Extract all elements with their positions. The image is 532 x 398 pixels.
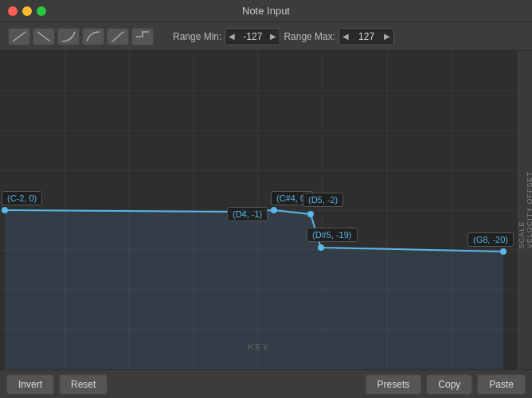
- presets-button[interactable]: Presets: [366, 374, 422, 395]
- y-axis-label-text: SCALEVELOCITY OFFSET: [518, 171, 533, 248]
- grid-svg: [0, 51, 518, 369]
- svg-point-20: [307, 211, 314, 217]
- curve-button-5[interactable]: [107, 28, 129, 45]
- titlebar: Note Input: [0, 0, 532, 22]
- invert-button[interactable]: Invert: [6, 374, 54, 395]
- range-max-control[interactable]: ◀ 127 ▶: [338, 28, 394, 45]
- svg-point-21: [318, 244, 324, 251]
- svg-line-0: [13, 32, 25, 41]
- range-max-label: Range Max:: [284, 31, 335, 42]
- y-axis-label: SCALEVELOCITY OFFSET: [518, 51, 532, 369]
- traffic-lights: [8, 6, 46, 16]
- x-axis-label: KEY: [0, 342, 518, 352]
- range-max-value: 127: [352, 31, 381, 42]
- range-min-value: -127: [238, 31, 267, 42]
- curve-button-3[interactable]: [57, 28, 80, 45]
- range-min-decrease[interactable]: ◀: [225, 28, 238, 45]
- window-title: Note Input: [242, 5, 290, 17]
- footer: Invert Reset Presets Copy Paste: [0, 369, 532, 398]
- curve-button-6[interactable]: [131, 28, 154, 45]
- svg-point-19: [271, 207, 277, 213]
- range-min-control[interactable]: ◀ -127 ▶: [225, 28, 280, 45]
- curve-button-group: [8, 28, 154, 45]
- range-min-label: Range Min:: [173, 31, 221, 42]
- graph-canvas[interactable]: (C-2, 0) (D4, -1) (C#4, 0) (D5, -2) (D#5…: [0, 51, 532, 369]
- range-max-decrease[interactable]: ◀: [339, 28, 352, 45]
- copy-button[interactable]: Copy: [426, 374, 472, 395]
- svg-point-17: [2, 207, 8, 213]
- curve-button-1[interactable]: [8, 28, 30, 45]
- maximize-button[interactable]: [37, 6, 46, 16]
- paste-button[interactable]: Paste: [477, 374, 526, 395]
- svg-point-22: [500, 248, 507, 255]
- svg-point-18: [240, 209, 246, 215]
- svg-line-1: [37, 32, 50, 41]
- curve-button-4[interactable]: [82, 28, 104, 45]
- range-min-increase[interactable]: ▶: [267, 28, 280, 45]
- close-button[interactable]: [8, 6, 18, 16]
- toolbar: Range Min: ◀ -127 ▶ Range Max: ◀ 127 ▶: [0, 22, 532, 51]
- range-max-increase[interactable]: ▶: [381, 28, 393, 45]
- minimize-button[interactable]: [22, 6, 32, 16]
- curve-button-2[interactable]: [33, 28, 55, 45]
- reset-button[interactable]: Reset: [59, 374, 108, 395]
